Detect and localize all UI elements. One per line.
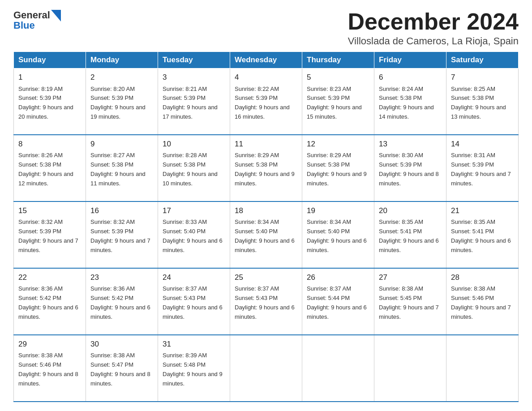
month-title: December 2024 <box>348 9 519 34</box>
day-number: 30 <box>90 338 153 350</box>
day-info: Sunrise: 8:25 AMSunset: 5:38 PMDaylight:… <box>451 85 514 122</box>
header-friday: Friday <box>374 52 446 68</box>
day-info: Sunrise: 8:37 AMSunset: 5:43 PMDaylight:… <box>235 284 297 321</box>
location-title: Villoslada de Cameros, La Rioja, Spain <box>348 35 519 47</box>
svg-marker-0 <box>51 10 61 21</box>
day-info: Sunrise: 8:24 AMSunset: 5:38 PMDaylight:… <box>379 85 442 122</box>
day-info: Sunrise: 8:29 AMSunset: 5:38 PMDaylight:… <box>307 151 369 188</box>
day-number: 21 <box>451 205 514 217</box>
header-saturday: Saturday <box>446 52 519 68</box>
calendar-day-cell: 27Sunrise: 8:38 AMSunset: 5:45 PMDayligh… <box>374 268 446 335</box>
day-number: 24 <box>163 272 225 283</box>
day-number: 26 <box>307 272 369 283</box>
calendar-day-cell: 12Sunrise: 8:29 AMSunset: 5:38 PMDayligh… <box>302 135 374 201</box>
header-sunday: Sunday <box>14 52 86 68</box>
day-info: Sunrise: 8:19 AMSunset: 5:39 PMDaylight:… <box>18 85 81 122</box>
calendar-day-cell: 28Sunrise: 8:38 AMSunset: 5:46 PMDayligh… <box>446 268 519 335</box>
day-info: Sunrise: 8:39 AMSunset: 5:48 PMDaylight:… <box>163 351 225 388</box>
calendar-header: Sunday Monday Tuesday Wednesday Thursday… <box>14 52 519 68</box>
calendar-day-cell <box>230 335 302 402</box>
day-number: 7 <box>451 72 514 83</box>
day-number: 25 <box>235 272 297 283</box>
day-info: Sunrise: 8:32 AMSunset: 5:39 PMDaylight:… <box>90 218 153 255</box>
day-number: 18 <box>235 205 297 217</box>
day-info: Sunrise: 8:32 AMSunset: 5:39 PMDaylight:… <box>18 218 81 255</box>
day-info: Sunrise: 8:33 AMSunset: 5:40 PMDaylight:… <box>163 218 225 255</box>
header-thursday: Thursday <box>302 52 374 68</box>
day-info: Sunrise: 8:36 AMSunset: 5:42 PMDaylight:… <box>18 284 81 321</box>
day-number: 15 <box>18 205 81 217</box>
page: General Blue December 2024 Villoslada de… <box>0 0 532 411</box>
day-info: Sunrise: 8:38 AMSunset: 5:45 PMDaylight:… <box>379 284 442 321</box>
day-number: 22 <box>18 272 81 283</box>
calendar-day-cell: 29Sunrise: 8:38 AMSunset: 5:46 PMDayligh… <box>14 335 86 402</box>
day-number: 5 <box>307 72 369 83</box>
day-number: 10 <box>163 138 225 150</box>
calendar-week-row: 29Sunrise: 8:38 AMSunset: 5:46 PMDayligh… <box>14 335 519 402</box>
day-info: Sunrise: 8:37 AMSunset: 5:44 PMDaylight:… <box>307 284 369 321</box>
day-number: 1 <box>18 72 81 83</box>
day-number: 12 <box>307 138 369 150</box>
calendar-day-cell: 25Sunrise: 8:37 AMSunset: 5:43 PMDayligh… <box>230 268 302 335</box>
header-wednesday: Wednesday <box>230 52 302 68</box>
header-tuesday: Tuesday <box>158 52 230 68</box>
day-info: Sunrise: 8:35 AMSunset: 5:41 PMDaylight:… <box>379 218 442 255</box>
calendar-week-row: 22Sunrise: 8:36 AMSunset: 5:42 PMDayligh… <box>14 268 519 335</box>
calendar-day-cell: 10Sunrise: 8:28 AMSunset: 5:38 PMDayligh… <box>158 135 230 201</box>
day-info: Sunrise: 8:28 AMSunset: 5:38 PMDaylight:… <box>163 151 225 188</box>
header: General Blue December 2024 Villoslada de… <box>13 9 519 47</box>
calendar-day-cell <box>374 335 446 402</box>
day-info: Sunrise: 8:35 AMSunset: 5:41 PMDaylight:… <box>451 218 514 255</box>
calendar-day-cell: 14Sunrise: 8:31 AMSunset: 5:39 PMDayligh… <box>446 135 519 201</box>
day-number: 9 <box>90 138 153 150</box>
calendar-day-cell <box>302 335 374 402</box>
day-number: 13 <box>379 138 442 150</box>
day-number: 23 <box>90 272 153 283</box>
calendar-day-cell: 1Sunrise: 8:19 AMSunset: 5:39 PMDaylight… <box>14 68 86 135</box>
day-info: Sunrise: 8:34 AMSunset: 5:40 PMDaylight:… <box>235 218 297 255</box>
calendar-table: Sunday Monday Tuesday Wednesday Thursday… <box>13 51 519 402</box>
weekday-header-row: Sunday Monday Tuesday Wednesday Thursday… <box>14 52 519 68</box>
calendar-week-row: 8Sunrise: 8:26 AMSunset: 5:38 PMDaylight… <box>14 135 519 201</box>
calendar-week-row: 15Sunrise: 8:32 AMSunset: 5:39 PMDayligh… <box>14 201 519 268</box>
day-number: 4 <box>235 72 297 83</box>
day-number: 29 <box>18 338 81 350</box>
day-number: 19 <box>307 205 369 217</box>
title-block: December 2024 Villoslada de Cameros, La … <box>348 9 519 47</box>
calendar-day-cell: 31Sunrise: 8:39 AMSunset: 5:48 PMDayligh… <box>158 335 230 402</box>
calendar-day-cell: 8Sunrise: 8:26 AMSunset: 5:38 PMDaylight… <box>14 135 86 201</box>
calendar-day-cell: 21Sunrise: 8:35 AMSunset: 5:41 PMDayligh… <box>446 201 519 268</box>
day-info: Sunrise: 8:31 AMSunset: 5:39 PMDaylight:… <box>451 151 514 188</box>
calendar-day-cell: 6Sunrise: 8:24 AMSunset: 5:38 PMDaylight… <box>374 68 446 135</box>
day-number: 6 <box>379 72 442 83</box>
calendar-day-cell <box>446 335 519 402</box>
day-info: Sunrise: 8:21 AMSunset: 5:39 PMDaylight:… <box>163 85 225 122</box>
calendar-day-cell: 5Sunrise: 8:23 AMSunset: 5:39 PMDaylight… <box>302 68 374 135</box>
calendar-day-cell: 20Sunrise: 8:35 AMSunset: 5:41 PMDayligh… <box>374 201 446 268</box>
day-number: 3 <box>163 72 225 83</box>
calendar-day-cell: 13Sunrise: 8:30 AMSunset: 5:39 PMDayligh… <box>374 135 446 201</box>
logo: General Blue <box>13 9 61 31</box>
calendar-day-cell: 30Sunrise: 8:38 AMSunset: 5:47 PMDayligh… <box>86 335 158 402</box>
logo-text-general: General <box>13 10 50 21</box>
day-info: Sunrise: 8:38 AMSunset: 5:47 PMDaylight:… <box>90 351 153 388</box>
calendar-day-cell: 4Sunrise: 8:22 AMSunset: 5:39 PMDaylight… <box>230 68 302 135</box>
day-number: 16 <box>90 205 153 217</box>
calendar-day-cell: 3Sunrise: 8:21 AMSunset: 5:39 PMDaylight… <box>158 68 230 135</box>
day-info: Sunrise: 8:37 AMSunset: 5:43 PMDaylight:… <box>163 284 225 321</box>
calendar-day-cell: 15Sunrise: 8:32 AMSunset: 5:39 PMDayligh… <box>14 201 86 268</box>
calendar-day-cell: 11Sunrise: 8:29 AMSunset: 5:38 PMDayligh… <box>230 135 302 201</box>
day-info: Sunrise: 8:38 AMSunset: 5:46 PMDaylight:… <box>451 284 514 321</box>
day-number: 17 <box>163 205 225 217</box>
calendar-week-row: 1Sunrise: 8:19 AMSunset: 5:39 PMDaylight… <box>14 68 519 135</box>
day-info: Sunrise: 8:34 AMSunset: 5:40 PMDaylight:… <box>307 218 369 255</box>
calendar-day-cell: 2Sunrise: 8:20 AMSunset: 5:39 PMDaylight… <box>86 68 158 135</box>
calendar-day-cell: 26Sunrise: 8:37 AMSunset: 5:44 PMDayligh… <box>302 268 374 335</box>
day-number: 28 <box>451 272 514 283</box>
day-info: Sunrise: 8:23 AMSunset: 5:39 PMDaylight:… <box>307 85 369 122</box>
day-number: 11 <box>235 138 297 150</box>
day-number: 2 <box>90 72 153 83</box>
calendar-day-cell: 7Sunrise: 8:25 AMSunset: 5:38 PMDaylight… <box>446 68 519 135</box>
day-number: 20 <box>379 205 442 217</box>
logo-arrow-icon <box>51 10 61 21</box>
